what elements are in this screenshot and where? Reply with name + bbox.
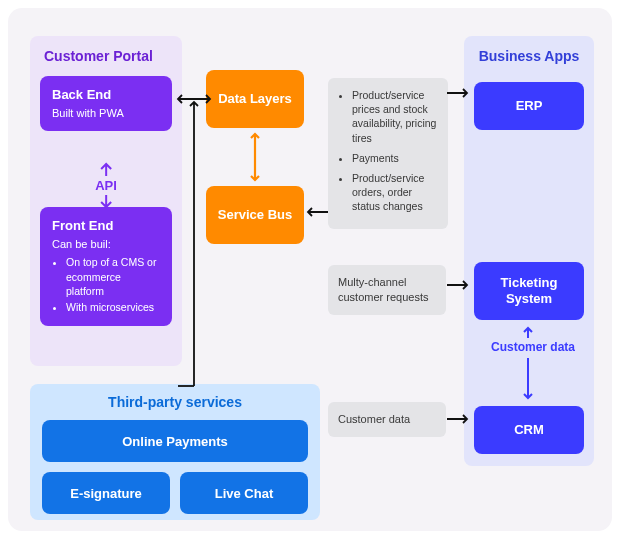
architecture-diagram: Customer Portal Back End Built with PWA … (8, 8, 612, 531)
customer-data-label: Customer data (488, 340, 578, 354)
list-item: Product/service prices and stock availab… (352, 88, 438, 145)
api-label: API (95, 178, 117, 193)
arrow-erplist-erp (445, 86, 471, 100)
frontend-subtitle: Can be buil: (52, 237, 160, 252)
esignature-block: E-signature (42, 472, 170, 514)
customer-portal-title: Customer Portal (40, 48, 172, 64)
api-connector: API (95, 162, 117, 209)
backend-subtitle: Built with PWA (52, 106, 160, 121)
customer-portal-panel: Customer Portal Back End Built with PWA … (30, 36, 182, 366)
list-item: Product/service orders, order status cha… (352, 171, 438, 214)
service-bus-block: Service Bus (206, 186, 304, 244)
live-chat-block: Live Chat (180, 472, 308, 514)
arrow-tps-backend (184, 98, 204, 390)
online-payments-block: Online Payments (42, 420, 308, 462)
frontend-bullet: With microservices (66, 300, 160, 314)
ticketing-data-list: Multy-channel customer requests (328, 265, 446, 315)
crm-data-list: Customer data (328, 402, 446, 437)
ticketing-block: Ticketing System (474, 262, 584, 320)
erp-data-list: Product/service prices and stock availab… (328, 78, 448, 229)
backend-block: Back End Built with PWA (40, 76, 172, 131)
frontend-title: Front End (52, 217, 160, 235)
frontend-bullet: On top of a CMS or ecommerce platform (66, 255, 160, 298)
arrow-erplist-servicebus (304, 205, 330, 219)
arrow-crmlist-crm (445, 412, 471, 426)
frontend-block: Front End Can be buil: On top of a CMS o… (40, 207, 172, 326)
erp-block: ERP (474, 82, 584, 130)
arrow-datalayers-servicebus (248, 130, 262, 184)
crm-block: CRM (474, 406, 584, 454)
list-item: Customer data (338, 412, 436, 427)
frontend-bullets: On top of a CMS or ecommerce platform Wi… (52, 255, 160, 314)
data-layers-block: Data Layers (206, 70, 304, 128)
arrow-ticketing-crm (521, 324, 535, 342)
arrow-ticketing-crm-down (521, 356, 535, 402)
third-party-panel: Third-party services Online Payments E-s… (30, 384, 320, 520)
list-item: Multy-channel customer requests (338, 275, 436, 305)
third-party-title: Third-party services (42, 394, 308, 410)
business-apps-title: Business Apps (474, 48, 584, 64)
backend-title: Back End (52, 86, 160, 104)
arrow-tslist-ticketing (445, 278, 471, 292)
list-item: Payments (352, 151, 438, 165)
